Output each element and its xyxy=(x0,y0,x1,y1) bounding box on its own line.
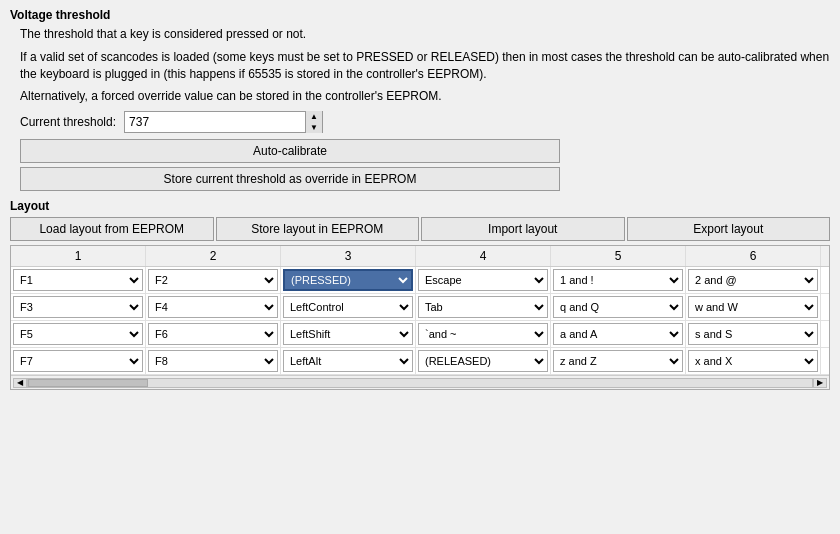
cell-1-0: F3 xyxy=(11,294,146,320)
cell-2-0: F5 xyxy=(11,321,146,347)
select-0-1[interactable]: F2 xyxy=(148,269,278,291)
select-3-4[interactable]: z and Z xyxy=(553,350,683,372)
cell-2-3: `and ~ xyxy=(416,321,551,347)
table-row: F7 F8 LeftAlt (RELEASED) xyxy=(11,348,829,375)
select-2-2[interactable]: LeftShift xyxy=(283,323,413,345)
grid-header: 1 2 3 4 5 6 xyxy=(11,246,829,267)
select-0-4[interactable]: 1 and ! xyxy=(553,269,683,291)
select-1-2[interactable]: LeftControl xyxy=(283,296,413,318)
cell-3-4: z and Z xyxy=(551,348,686,374)
auto-calibrate-button[interactable]: Auto-calibrate xyxy=(20,139,560,163)
cell-0-5: 2 and @ xyxy=(686,267,821,293)
threshold-input[interactable] xyxy=(125,112,305,132)
scrollbar-left-btn[interactable]: ◀ xyxy=(13,378,27,388)
col-header-5: 5 xyxy=(551,246,686,266)
import-layout-button[interactable]: Import layout xyxy=(421,217,625,241)
table-row: F5 F6 LeftShift `and ~ xyxy=(11,321,829,348)
select-3-2[interactable]: LeftAlt xyxy=(283,350,413,372)
col-header-2: 2 xyxy=(146,246,281,266)
col-header-4: 4 xyxy=(416,246,551,266)
threshold-input-wrapper: ▲ ▼ xyxy=(124,111,323,133)
cell-3-1: F8 xyxy=(146,348,281,374)
cell-1-3: Tab xyxy=(416,294,551,320)
cell-3-2: LeftAlt xyxy=(281,348,416,374)
layout-grid: 1 2 3 4 5 6 F1 F2 xyxy=(10,245,830,390)
cell-3-0: F7 xyxy=(11,348,146,374)
select-0-3[interactable]: Escape xyxy=(418,269,548,291)
select-2-4[interactable]: a and A xyxy=(553,323,683,345)
select-0-5[interactable]: 2 and @ xyxy=(688,269,818,291)
col-header-1: 1 xyxy=(11,246,146,266)
cell-2-4: a and A xyxy=(551,321,686,347)
select-2-3[interactable]: `and ~ xyxy=(418,323,548,345)
cell-1-4: q and Q xyxy=(551,294,686,320)
cell-2-2: LeftShift xyxy=(281,321,416,347)
layout-section-title: Layout xyxy=(10,199,830,213)
table-row: F1 F2 (PRESSED) Escape xyxy=(11,267,829,294)
cell-0-2: (PRESSED) xyxy=(281,267,416,293)
select-1-0[interactable]: F3 xyxy=(13,296,143,318)
cell-0-4: 1 and ! xyxy=(551,267,686,293)
threshold-spinners: ▲ ▼ xyxy=(305,111,322,133)
horizontal-scrollbar[interactable]: ◀ ▶ xyxy=(11,375,829,389)
layout-buttons-bar: Load layout from EEPROM Store layout in … xyxy=(10,217,830,241)
cell-2-1: F6 xyxy=(146,321,281,347)
select-1-1[interactable]: F4 xyxy=(148,296,278,318)
select-1-3[interactable]: Tab xyxy=(418,296,548,318)
threshold-spin-down[interactable]: ▼ xyxy=(306,122,322,133)
select-1-5[interactable]: w and W xyxy=(688,296,818,318)
cell-1-5: w and W xyxy=(686,294,821,320)
select-0-2[interactable]: (PRESSED) xyxy=(283,269,413,291)
store-layout-button[interactable]: Store layout in EEPROM xyxy=(216,217,420,241)
voltage-section-title: Voltage threshold xyxy=(10,8,830,22)
scrollbar-track[interactable] xyxy=(27,378,813,388)
current-threshold-label: Current threshold: xyxy=(20,115,116,129)
select-3-5[interactable]: x and X xyxy=(688,350,818,372)
export-layout-button[interactable]: Export layout xyxy=(627,217,831,241)
select-3-0[interactable]: F7 xyxy=(13,350,143,372)
select-2-5[interactable]: s and S xyxy=(688,323,818,345)
col-header-6: 6 xyxy=(686,246,821,266)
cell-1-1: F4 xyxy=(146,294,281,320)
voltage-desc1: The threshold that a key is considered p… xyxy=(20,26,830,43)
select-2-0[interactable]: F5 xyxy=(13,323,143,345)
scrollbar-thumb[interactable] xyxy=(28,379,148,387)
cell-2-5: s and S xyxy=(686,321,821,347)
scrollbar-right-btn[interactable]: ▶ xyxy=(813,378,827,388)
select-2-1[interactable]: F6 xyxy=(148,323,278,345)
cell-3-5: x and X xyxy=(686,348,821,374)
select-3-1[interactable]: F8 xyxy=(148,350,278,372)
cell-3-3: (RELEASED) xyxy=(416,348,551,374)
select-1-4[interactable]: q and Q xyxy=(553,296,683,318)
voltage-desc3: Alternatively, a forced override value c… xyxy=(20,88,830,105)
cell-1-2: LeftControl xyxy=(281,294,416,320)
voltage-desc2: If a valid set of scancodes is loaded (s… xyxy=(20,49,830,83)
select-3-3[interactable]: (RELEASED) xyxy=(418,350,548,372)
cell-0-1: F2 xyxy=(146,267,281,293)
load-layout-button[interactable]: Load layout from EEPROM xyxy=(10,217,214,241)
threshold-spin-up[interactable]: ▲ xyxy=(306,111,322,122)
store-threshold-button[interactable]: Store current threshold as override in E… xyxy=(20,167,560,191)
select-0-0[interactable]: F1 xyxy=(13,269,143,291)
cell-0-3: Escape xyxy=(416,267,551,293)
table-row: F3 F4 LeftControl Tab xyxy=(11,294,829,321)
cell-0-0: F1 xyxy=(11,267,146,293)
col-header-3: 3 xyxy=(281,246,416,266)
